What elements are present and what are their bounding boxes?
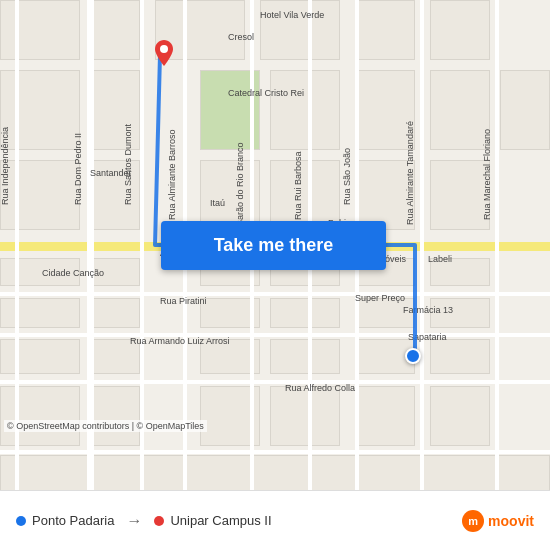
from-label: Ponto Padaria — [32, 513, 114, 528]
road-label-sao-joao: Rua São João — [342, 148, 352, 205]
origin-marker — [155, 40, 173, 64]
moovit-text: moovit — [488, 513, 534, 529]
take-me-there-button[interactable]: Take me there — [161, 221, 386, 270]
map-attribution: © OpenStreetMap contributors | © OpenMap… — [4, 420, 207, 432]
svg-point-0 — [160, 45, 168, 53]
to-dot — [154, 516, 164, 526]
map: Take me there Avenida Maripá Rua Piratin… — [0, 0, 550, 490]
road-label-barroso: Rua Almirante Barroso — [167, 129, 177, 220]
from-location: Ponto Padaria — [16, 513, 114, 528]
app: Take me there Avenida Maripá Rua Piratin… — [0, 0, 550, 550]
to-location: Unipar Campus II — [154, 513, 271, 528]
to-label: Unipar Campus II — [170, 513, 271, 528]
from-dot — [16, 516, 26, 526]
moovit-icon: m — [462, 510, 484, 532]
bottom-bar: Ponto Padaria → Unipar Campus II m moovi… — [0, 490, 550, 550]
direction-arrow: → — [126, 512, 142, 530]
destination-marker — [405, 348, 421, 364]
moovit-logo: m moovit — [462, 510, 534, 532]
